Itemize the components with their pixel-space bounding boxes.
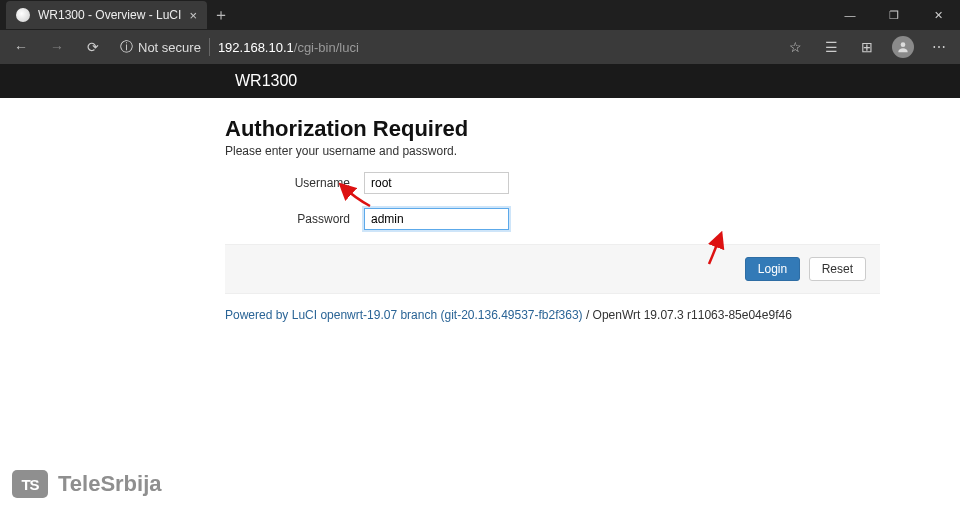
favorite-icon[interactable]: ☆ bbox=[780, 32, 810, 62]
watermark-badge: TS bbox=[12, 470, 48, 498]
address-bar: ← → ⟳ ⓘ Not secure 192.168.10.1/cgi-bin/… bbox=[0, 30, 960, 64]
footer-version: / OpenWrt 19.07.3 r11063-85e04e9f46 bbox=[583, 308, 792, 322]
window-controls: — ❐ ✕ bbox=[828, 0, 960, 30]
watermark: TS TeleSrbija bbox=[12, 470, 162, 498]
username-label: Username bbox=[225, 176, 364, 190]
minimize-button[interactable]: — bbox=[828, 0, 872, 30]
tab-title: WR1300 - Overview - LuCI bbox=[38, 8, 181, 22]
avatar bbox=[892, 36, 914, 58]
forward-button[interactable]: → bbox=[42, 32, 72, 62]
favorites-list-icon[interactable]: ☰ bbox=[816, 32, 846, 62]
refresh-button[interactable]: ⟳ bbox=[78, 32, 108, 62]
password-input[interactable] bbox=[364, 208, 509, 230]
new-tab-button[interactable]: ＋ bbox=[207, 1, 235, 29]
password-label: Password bbox=[225, 212, 364, 226]
url-path: /cgi-bin/luci bbox=[294, 40, 359, 55]
maximize-button[interactable]: ❐ bbox=[872, 0, 916, 30]
page-title: Authorization Required bbox=[225, 116, 880, 142]
not-secure-label: Not secure bbox=[138, 40, 201, 55]
reset-button[interactable]: Reset bbox=[809, 257, 866, 281]
menu-icon[interactable]: ⋯ bbox=[924, 32, 954, 62]
address-field[interactable]: ⓘ Not secure 192.168.10.1/cgi-bin/luci bbox=[114, 38, 774, 56]
tab-favicon bbox=[16, 8, 30, 22]
svg-point-0 bbox=[901, 42, 906, 47]
button-row: Login Reset bbox=[225, 244, 880, 294]
router-brand: WR1300 bbox=[235, 72, 297, 89]
login-button[interactable]: Login bbox=[745, 257, 800, 281]
info-icon: ⓘ bbox=[120, 38, 133, 56]
page-footer: Powered by LuCI openwrt-19.07 branch (gi… bbox=[225, 308, 880, 322]
username-row: Username bbox=[225, 172, 880, 194]
back-button[interactable]: ← bbox=[6, 32, 36, 62]
username-input[interactable] bbox=[364, 172, 509, 194]
router-header: WR1300 bbox=[0, 64, 960, 98]
watermark-text: TeleSrbija bbox=[58, 471, 162, 497]
security-indicator[interactable]: ⓘ Not secure bbox=[120, 38, 210, 56]
main-content: Authorization Required Please enter your… bbox=[70, 116, 890, 322]
tab-bar: WR1300 - Overview - LuCI × ＋ — ❐ ✕ bbox=[0, 0, 960, 30]
browser-chrome: WR1300 - Overview - LuCI × ＋ — ❐ ✕ ← → ⟳… bbox=[0, 0, 960, 64]
url-host: 192.168.10.1 bbox=[218, 40, 294, 55]
browser-tab[interactable]: WR1300 - Overview - LuCI × bbox=[6, 1, 207, 29]
close-icon[interactable]: × bbox=[189, 8, 197, 23]
collections-icon[interactable]: ⊞ bbox=[852, 32, 882, 62]
page-subtitle: Please enter your username and password. bbox=[225, 144, 880, 158]
close-window-button[interactable]: ✕ bbox=[916, 0, 960, 30]
profile-avatar[interactable] bbox=[888, 32, 918, 62]
password-row: Password bbox=[225, 208, 880, 230]
footer-link[interactable]: Powered by LuCI openwrt-19.07 branch (gi… bbox=[225, 308, 583, 322]
